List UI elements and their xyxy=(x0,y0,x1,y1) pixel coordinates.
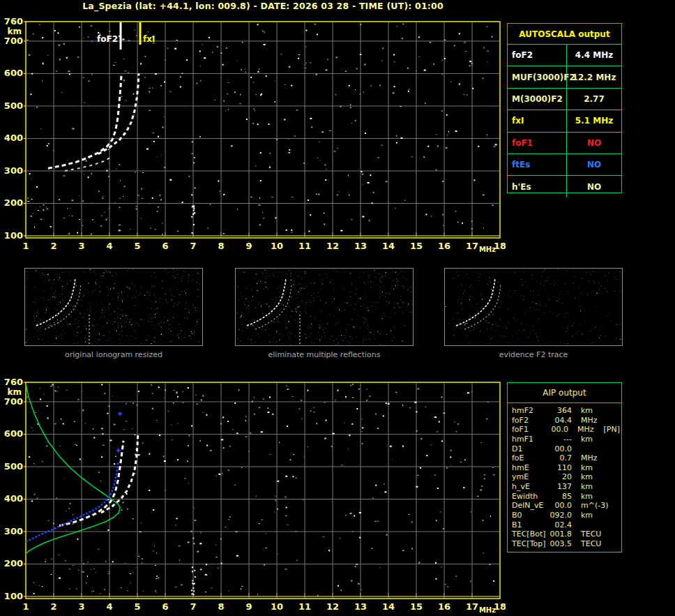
noise-dot xyxy=(354,515,355,516)
noise-dot xyxy=(617,324,618,324)
noise-dot xyxy=(236,313,237,314)
noise-dot xyxy=(285,569,287,570)
noise-dot xyxy=(185,478,186,479)
noise-dot xyxy=(333,315,334,316)
noise-dot xyxy=(537,339,538,340)
noise-dot xyxy=(524,281,525,282)
noise-dot xyxy=(361,419,363,420)
noise-dot xyxy=(195,395,197,396)
noise-dot xyxy=(177,423,178,424)
noise-dot xyxy=(155,73,157,75)
noise-dot xyxy=(407,310,407,310)
noise-dot xyxy=(227,93,228,95)
noise-dot xyxy=(93,272,94,273)
noise-dot xyxy=(480,294,481,295)
noise-dot xyxy=(228,590,229,591)
noise-dot xyxy=(178,335,179,336)
noise-dot xyxy=(62,286,63,287)
noise-dot xyxy=(241,69,242,70)
noise-dot xyxy=(620,339,621,340)
fxi-marker-label: fxI xyxy=(143,34,155,44)
noise-dot xyxy=(524,296,524,296)
noise-dot xyxy=(43,290,44,291)
x-tick-label: 1 xyxy=(22,241,29,251)
noise-dot xyxy=(47,145,48,147)
noise-dot xyxy=(122,336,123,336)
noise-dot xyxy=(378,157,379,158)
aip-table-title: AIP output xyxy=(508,383,621,403)
noise-dot xyxy=(279,340,280,340)
noise-dot xyxy=(596,326,597,327)
noise-dot xyxy=(193,590,195,592)
noise-dot xyxy=(450,456,451,458)
noise-dot xyxy=(118,293,119,294)
noise-dot xyxy=(76,589,77,589)
aip-param-unit: TECU xyxy=(581,529,609,539)
noise-dot xyxy=(482,299,483,300)
noise-dot xyxy=(245,288,246,289)
noise-dot xyxy=(118,322,119,323)
noise-dot xyxy=(416,411,417,412)
noise-dot xyxy=(395,285,396,286)
noise-dot xyxy=(351,320,352,320)
noise-dot xyxy=(197,324,198,325)
noise-dot xyxy=(316,423,317,424)
noise-dot xyxy=(255,320,255,321)
noise-dot xyxy=(253,108,255,110)
noise-dot xyxy=(153,141,155,142)
noise-dot xyxy=(322,284,323,285)
noise-dot xyxy=(149,293,150,294)
noise-dot xyxy=(50,226,51,227)
noise-dot xyxy=(148,308,149,308)
noise-dot xyxy=(194,157,195,158)
noise-dot xyxy=(33,463,34,464)
noise-dot xyxy=(101,302,102,303)
noise-dot xyxy=(62,330,63,331)
noise-dot xyxy=(115,273,116,273)
noise-dot xyxy=(90,309,91,310)
noise-dot xyxy=(377,428,379,429)
noise-dot xyxy=(361,327,361,328)
noise-dot xyxy=(163,335,164,336)
noise-dot xyxy=(269,167,271,168)
noise-dot xyxy=(311,324,312,324)
noise-dot xyxy=(152,317,153,318)
thumbnail-evidence-f2-trace-image xyxy=(445,269,622,345)
noise-dot xyxy=(566,283,566,284)
noise-dot xyxy=(280,310,280,310)
noise-dot xyxy=(147,291,148,292)
noise-dot xyxy=(31,428,33,428)
noise-dot xyxy=(338,344,338,345)
noise-dot xyxy=(52,384,53,385)
noise-dot xyxy=(61,338,62,339)
noise-dot xyxy=(379,296,380,297)
noise-dot xyxy=(335,400,336,400)
noise-dot xyxy=(310,62,311,63)
x-tick-label: 9 xyxy=(245,601,252,612)
aip-param-label: B1 xyxy=(512,520,548,529)
x-tick-label: 5 xyxy=(134,241,140,251)
noise-dot xyxy=(44,343,45,344)
noise-dot xyxy=(112,276,112,276)
noise-dot xyxy=(312,326,312,326)
noise-dot xyxy=(410,287,411,287)
noise-dot xyxy=(71,200,73,201)
noise-dot xyxy=(103,335,104,336)
noise-dot xyxy=(370,85,372,86)
noise-dot xyxy=(78,570,79,571)
noise-dot xyxy=(298,276,298,277)
autoscala-row: M(3000)F22.77 xyxy=(508,89,621,110)
noise-dot xyxy=(459,84,460,85)
noise-dot xyxy=(122,301,123,302)
noise-dot xyxy=(139,532,142,532)
noise-dot xyxy=(462,223,463,224)
noise-dot xyxy=(471,285,471,285)
noise-dot xyxy=(180,87,181,88)
noise-dot xyxy=(71,290,72,291)
noise-dot xyxy=(134,435,135,435)
noise-dot xyxy=(365,297,366,298)
noise-dot xyxy=(109,331,109,332)
noise-dot xyxy=(588,281,589,282)
noise-dot xyxy=(262,328,263,329)
noise-dot xyxy=(344,422,345,423)
